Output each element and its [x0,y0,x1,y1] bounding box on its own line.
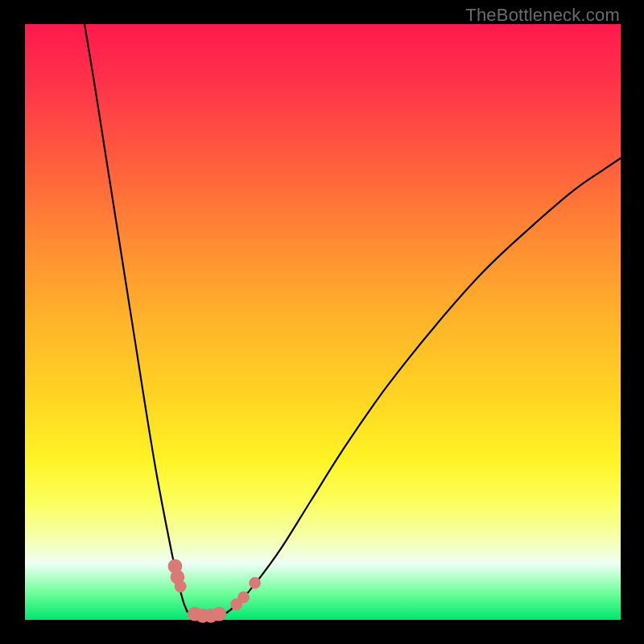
curve-path [85,24,621,617]
bottleneck-curve [25,24,621,620]
data-marker [249,577,261,589]
data-marker [237,591,250,603]
watermark-text: TheBottleneck.com [465,5,620,26]
gradient-plot-area [25,24,621,620]
data-marker [212,607,226,621]
data-marker [175,580,187,592]
app-frame: TheBottleneck.com [0,0,644,644]
